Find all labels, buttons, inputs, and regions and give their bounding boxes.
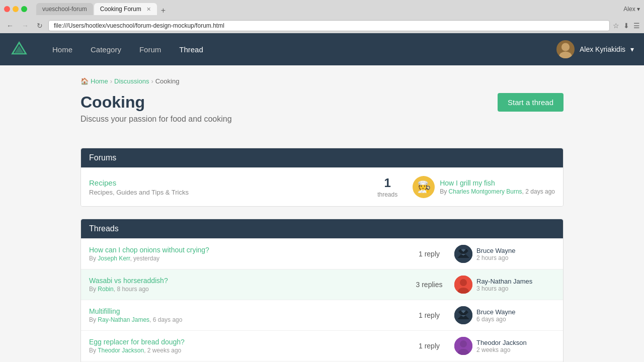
thread-title[interactable]: Wasabi vs horseraddish? — [89, 277, 168, 285]
forum-latest-author[interactable]: Charles Montgomery Burns — [449, 188, 522, 195]
thread-time: yesterday — [133, 255, 159, 262]
breadcrumb-sep-2: › — [151, 77, 153, 85]
thread-author[interactable]: Robin — [98, 286, 113, 293]
table-row: How can I chop onions without crying? By… — [81, 238, 563, 269]
breadcrumb-home[interactable]: Home — [91, 77, 108, 85]
thread-latest-user: Bruce Wayne — [476, 247, 516, 254]
thread-by: By Robin, 8 hours ago — [89, 286, 404, 293]
thread-by: By Joseph Kerr, yesterday — [89, 255, 404, 262]
table-row: Wasabi vs horseraddish? By Robin, 8 hour… — [81, 269, 563, 300]
thread-main: Egg replacer for bread dough? By Theodor… — [89, 338, 404, 354]
nav-username: Alex Kyriakidis — [580, 45, 625, 53]
browser-addressbar: ← → ↻ file:///Users/hootlex/vueschool/fo… — [0, 18, 644, 33]
avatar — [556, 40, 575, 58]
maximize-button[interactable] — [21, 6, 27, 12]
page-intro: Cooking Discuss your passion for food an… — [80, 93, 232, 136]
close-button[interactable] — [4, 6, 10, 12]
forum-latest-avatar: 🧑‍🍳 — [413, 176, 435, 198]
thread-latest-time: 2 weeks ago — [476, 346, 527, 353]
thread-author[interactable]: Joseph Kerr — [98, 255, 130, 262]
thread-latest-avatar — [454, 276, 472, 294]
app-nav: Home Category Forum Thread Alex Kyriakid… — [0, 33, 644, 65]
thread-latest-info: Theodor Jackson 2 weeks ago — [476, 339, 527, 353]
forum-description: Recipes, Guides and Tips & Tricks — [89, 189, 362, 196]
browser-user: Alex ▾ — [623, 6, 640, 13]
forum-row: Recipes Recipes, Guides and Tips & Trick… — [81, 167, 563, 206]
thread-latest-user: Theodor Jackson — [476, 339, 527, 346]
page-subtitle: Discuss your passion for food and cookin… — [80, 115, 232, 124]
thread-latest-avatar — [454, 337, 472, 355]
tab-vueschool-forum[interactable]: vueschool-forum — [36, 3, 93, 15]
browser-tabs: vueschool-forum Cooking Forum ✕ + — [36, 3, 619, 15]
thread-author[interactable]: Ray-Nathan James — [98, 316, 149, 323]
thread-title[interactable]: Egg replacer for bread dough? — [89, 338, 185, 346]
start-thread-button[interactable]: Start a thread — [498, 93, 564, 112]
thread-replies: 3 replies — [404, 281, 454, 289]
forums-section-header: Forums — [81, 148, 563, 167]
thread-latest-info: Ray-Nathan James 3 hours ago — [476, 278, 532, 292]
thread-latest-info: Bruce Wayne 6 days ago — [476, 308, 516, 323]
thread-main: Wasabi vs horseraddish? By Robin, 8 hour… — [89, 277, 404, 293]
table-row: Multifilling By Ray-Nathan James, 6 days… — [81, 300, 563, 330]
thread-latest: Bruce Wayne 2 hours ago — [454, 245, 555, 263]
forum-latest-time: 2 days ago — [525, 188, 555, 195]
download-icon[interactable]: ⬇ — [623, 22, 629, 30]
home-icon: 🏠 — [80, 77, 89, 85]
thread-latest: Theodor Jackson 2 weeks ago — [454, 337, 555, 355]
thread-author[interactable]: Theodor Jackson — [98, 347, 144, 354]
forum-latest-thread-title[interactable]: How I grill my fish — [440, 179, 495, 187]
breadcrumb: 🏠 Home › Discussions › Cooking — [80, 77, 564, 85]
thread-latest-avatar — [454, 306, 472, 324]
thread-title[interactable]: Multifilling — [89, 307, 120, 315]
threads-section-header: Threads — [81, 219, 563, 238]
thread-by: By Theodor Jackson, 2 weeks ago — [89, 347, 404, 354]
browser-chrome: vueschool-forum Cooking Forum ✕ + Alex ▾… — [0, 0, 644, 33]
thread-time: 8 hours ago — [117, 286, 148, 293]
thread-time: 6 days ago — [153, 316, 183, 323]
tab-label: vueschool-forum — [42, 6, 87, 13]
nav-category[interactable]: Category — [82, 33, 130, 65]
back-button[interactable]: ← — [4, 21, 16, 31]
nav-user[interactable]: Alex Kyriakidis ▾ — [556, 40, 634, 58]
tab-close-icon[interactable]: ✕ — [146, 6, 151, 13]
forward-button[interactable]: → — [19, 21, 31, 31]
thread-by: By Ray-Nathan James, 6 days ago — [89, 316, 404, 323]
minimize-button[interactable] — [13, 6, 19, 12]
nav-thread[interactable]: Thread — [170, 33, 212, 65]
thread-replies: 1 reply — [404, 342, 454, 350]
nav-home[interactable]: Home — [43, 33, 82, 65]
forums-section: Forums Recipes Recipes, Guides and Tips … — [80, 148, 564, 207]
menu-icon[interactable]: ☰ — [633, 22, 640, 30]
thread-title[interactable]: How can I chop onions without crying? — [89, 246, 209, 254]
thread-latest-avatar — [454, 245, 472, 263]
table-row: Egg replacer for bread dough? By Theodor… — [81, 330, 563, 361]
breadcrumb-sep-1: › — [110, 77, 112, 85]
thread-main: How can I chop onions without crying? By… — [89, 246, 404, 262]
forum-stats: 1 threads — [362, 176, 413, 198]
thread-latest-time: 2 hours ago — [476, 254, 516, 261]
thread-replies: 1 reply — [404, 311, 454, 319]
thread-main: Multifilling By Ray-Nathan James, 6 days… — [89, 307, 404, 323]
thread-time: 2 weeks ago — [147, 347, 181, 354]
traffic-lights — [4, 6, 27, 12]
main-content: 🏠 Home › Discussions › Cooking Cooking D… — [70, 65, 574, 362]
logo — [10, 40, 28, 58]
breadcrumb-discussions[interactable]: Discussions — [114, 77, 149, 85]
forum-thread-count: 1 — [362, 176, 413, 190]
threads-section: Threads How can I chop onions without cr… — [80, 219, 564, 362]
new-tab-button[interactable]: + — [158, 6, 169, 15]
forum-latest-info: How I grill my fish By Charles Montgomer… — [440, 179, 555, 195]
thread-latest-user: Bruce Wayne — [476, 308, 516, 316]
nav-forum[interactable]: Forum — [130, 33, 170, 65]
star-icon[interactable]: ☆ — [613, 22, 619, 30]
address-bar[interactable]: file:///Users/hootlex/vueschool/forum-de… — [48, 20, 610, 31]
page-header-row: Cooking Discuss your passion for food an… — [80, 93, 564, 136]
logo-icon — [10, 40, 28, 58]
svg-point-9 — [460, 279, 467, 286]
reload-button[interactable]: ↻ — [34, 21, 45, 31]
svg-point-16 — [460, 340, 467, 347]
forum-name[interactable]: Recipes — [89, 178, 116, 187]
nav-dropdown-icon: ▾ — [630, 45, 634, 53]
tab-cooking-forum[interactable]: Cooking Forum ✕ — [94, 3, 157, 15]
thread-replies: 1 reply — [404, 250, 454, 258]
